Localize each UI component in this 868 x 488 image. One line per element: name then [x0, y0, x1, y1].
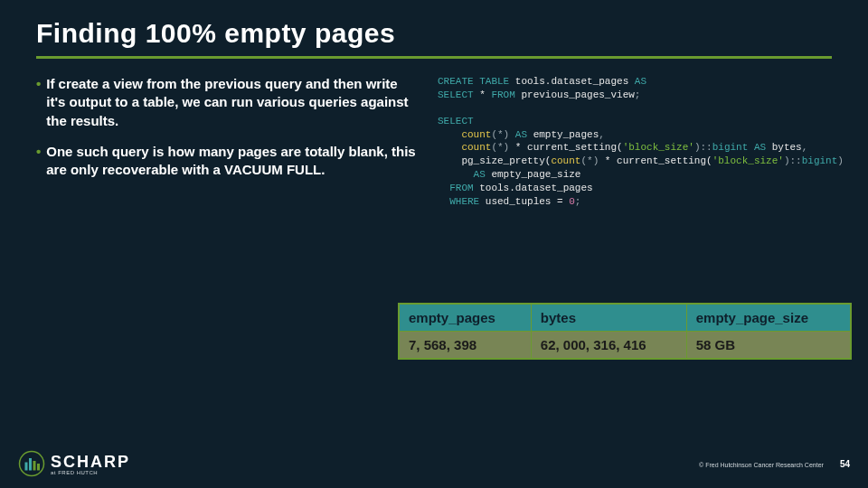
svg-rect-3 [33, 461, 36, 471]
code-block-2: SELECT count(*) AS empty_pages, count(*)… [438, 115, 844, 209]
page-number: 54 [840, 459, 850, 469]
title-divider [36, 56, 832, 59]
content-columns: • If create a view from the previous que… [36, 75, 832, 209]
table-cell: 7, 568, 398 [400, 332, 532, 359]
logo-text-wrap: SCHARP at FRED HUTCH [51, 453, 130, 475]
logo: SCHARP at FRED HUTCH [18, 450, 130, 477]
table-header-row: empty_pages bytes empty_page_size [400, 305, 851, 332]
table-cell: 58 GB [686, 332, 850, 359]
table-header: empty_page_size [686, 305, 850, 332]
table: empty_pages bytes empty_page_size 7, 568… [399, 304, 851, 359]
results-table: empty_pages bytes empty_page_size 7, 568… [398, 303, 852, 360]
bullet-item: • One such query is how many pages are t… [36, 143, 416, 180]
bullet-text: If create a view from the previous query… [46, 75, 416, 130]
footer-right: © Fred Hutchinson Cancer Research Center… [699, 459, 850, 469]
page-title: Finding 100% empty pages [36, 18, 832, 49]
svg-rect-2 [29, 458, 32, 471]
bullet-text: One such query is how many pages are tot… [46, 143, 416, 180]
bullet-dot-icon: • [36, 143, 41, 180]
copyright-text: © Fred Hutchinson Cancer Research Center [699, 462, 824, 468]
table-header: empty_pages [400, 305, 532, 332]
scharp-logo-icon [18, 450, 45, 477]
bullet-item: • If create a view from the previous que… [36, 75, 416, 130]
table-row: 7, 568, 398 62, 000, 316, 416 58 GB [400, 332, 851, 359]
bullet-dot-icon: • [36, 75, 41, 130]
footer: SCHARP at FRED HUTCH © Fred Hutchinson C… [0, 445, 868, 488]
svg-rect-1 [25, 463, 28, 471]
table-header: bytes [531, 305, 686, 332]
table-cell: 62, 000, 316, 416 [531, 332, 686, 359]
left-column: • If create a view from the previous que… [36, 75, 416, 209]
svg-rect-4 [37, 464, 40, 471]
right-column: CREATE TABLE tools.dataset_pages AS SELE… [438, 75, 844, 209]
code-block-1: CREATE TABLE tools.dataset_pages AS SELE… [438, 75, 844, 102]
logo-text: SCHARP [51, 453, 130, 472]
slide: Finding 100% empty pages • If create a v… [0, 0, 868, 488]
